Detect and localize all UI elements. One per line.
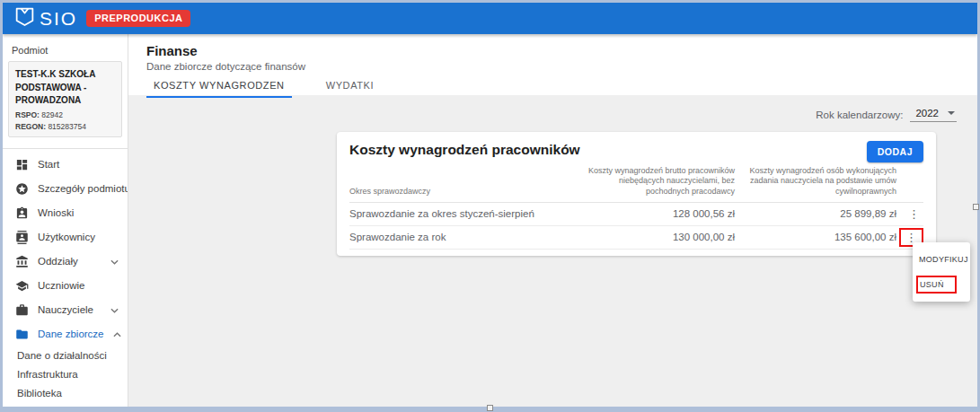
selection-handle[interactable] xyxy=(973,204,979,210)
row-gross-value: 130 000,00 zł xyxy=(575,232,735,242)
sidebar-subitem-infrastruktura[interactable]: Infrastruktura xyxy=(3,365,128,384)
column-header-okres: Okres sprawozdawczy xyxy=(349,187,575,197)
page-title: Finanse xyxy=(146,43,977,59)
entity-name: TEST-K.K SZKOŁA PODSTAWOWA - PROWADZONA xyxy=(15,68,115,108)
row-context-menu: MODYFIKUJ USUŃ xyxy=(913,242,970,302)
menu-item-usun[interactable]: USUŃ xyxy=(913,272,970,297)
graduation-cap-icon xyxy=(14,278,29,293)
card-title: Koszty wynagrodzeń pracowników xyxy=(349,141,580,159)
column-header-koszty-brutto: Koszty wynagrodzeń brutto pracowników ni… xyxy=(575,166,735,197)
sidebar-subitem-dane-o-dzialalnosci[interactable]: Dane o działalności xyxy=(3,346,128,365)
sio-book-icon xyxy=(13,5,36,31)
entity-card: TEST-K.K SZKOŁA PODSTAWOWA - PROWADZONA … xyxy=(8,61,122,137)
chevron-down-icon xyxy=(110,304,119,315)
main-area: Finanse Dane zbiorcze dotyczące finansów… xyxy=(128,34,977,407)
row-civil-value: 135 600,00 zł xyxy=(735,232,896,242)
star-circle-icon xyxy=(14,181,29,196)
sidebar: Podmiot TEST-K.K SZKOŁA PODSTAWOWA - PRO… xyxy=(3,34,128,407)
table-row: Sprawozdanie za okres styczeń-sierpień 1… xyxy=(349,203,923,226)
main-header: Finanse Dane zbiorcze dotyczące finansów… xyxy=(128,34,977,95)
dashboard-icon xyxy=(14,157,29,171)
sidebar-subitem-biblioteka[interactable]: Biblioteka xyxy=(3,384,128,403)
sidebar-item-nauczyciele[interactable]: Nauczyciele xyxy=(3,298,128,322)
assignment-person-icon xyxy=(14,206,29,220)
row-actions-kebab-icon[interactable]: ⋮ xyxy=(905,206,923,222)
logo-text: SIO xyxy=(40,9,77,28)
row-civil-value: 25 899,89 zł xyxy=(735,208,896,219)
row-gross-value: 128 000,56 zł xyxy=(575,208,735,219)
app-topbar: SIO PREPRODUKCJA xyxy=(3,3,977,34)
briefcase-icon xyxy=(14,302,29,317)
sio-logo[interactable]: SIO xyxy=(13,5,77,31)
salary-costs-card: Koszty wynagrodzeń pracowników DODAJ Okr… xyxy=(337,132,936,256)
add-button[interactable]: DODAJ xyxy=(867,141,923,162)
menu-item-modyfikuj[interactable]: MODYFIKUJ xyxy=(913,247,970,272)
sidebar-item-start[interactable]: Start xyxy=(3,153,128,177)
content-area: Rok kalendarzowy: 2022 Koszty wynagrodze… xyxy=(128,95,977,407)
entity-regon: REGON: 815283754 xyxy=(15,122,115,131)
sidebar-item-dane-zbiorcze[interactable]: Dane zbiorcze xyxy=(3,322,128,346)
bank-icon xyxy=(14,254,29,268)
environment-badge: PREPRODUKCJA xyxy=(86,10,190,27)
row-period: Sprawozdanie za rok xyxy=(349,232,575,242)
year-filter-row: Rok kalendarzowy: 2022 xyxy=(128,95,977,122)
sidebar-item-oddzialy[interactable]: Oddziały xyxy=(3,250,128,274)
row-period: Sprawozdanie za okres styczeń-sierpień xyxy=(349,208,575,219)
podmiot-section-label: Podmiot xyxy=(3,34,128,61)
chevron-up-icon xyxy=(113,329,121,339)
folder-icon xyxy=(14,327,29,341)
sidebar-item-wnioski[interactable]: Wnioski xyxy=(3,201,128,225)
year-select[interactable]: 2022 xyxy=(910,108,957,122)
screenshot-frame: SIO PREPRODUKCJA Podmiot TEST-K.K SZKOŁA… xyxy=(0,0,980,412)
sidebar-item-uzytkownicy[interactable]: Użytkownicy xyxy=(3,225,128,250)
column-header-koszty-umowy: Koszty wynagrodzeń osób wykonujących zad… xyxy=(735,166,896,197)
sidebar-subitem-komputery[interactable]: Komputery xyxy=(3,403,128,407)
contact-card-icon xyxy=(14,230,29,244)
table-row: Sprawozdanie za rok 130 000,00 zł 135 60… xyxy=(349,226,923,250)
annotation-box-usun: USUŃ xyxy=(916,276,957,294)
sidebar-nav: Start Szczegóły podmiotu Wnioski xyxy=(3,153,128,407)
table-header-row: Okres sprawozdawczy Koszty wynagrodzeń b… xyxy=(349,162,923,203)
sidebar-item-szczegoly-podmiotu[interactable]: Szczegóły podmiotu xyxy=(3,177,128,201)
sidebar-item-uczniowie[interactable]: Uczniowie xyxy=(3,274,128,298)
year-filter-label: Rok kalendarzowy: xyxy=(816,110,903,120)
entity-rspo: RSPO: 82942 xyxy=(15,110,115,119)
dropdown-caret-icon xyxy=(948,111,955,115)
selection-handle[interactable] xyxy=(487,405,493,411)
chevron-down-icon xyxy=(110,256,119,267)
page-subtitle: Dane zbiorcze dotyczące finansów xyxy=(146,61,977,72)
sidebar-divider xyxy=(3,148,128,149)
year-select-value: 2022 xyxy=(915,108,939,118)
